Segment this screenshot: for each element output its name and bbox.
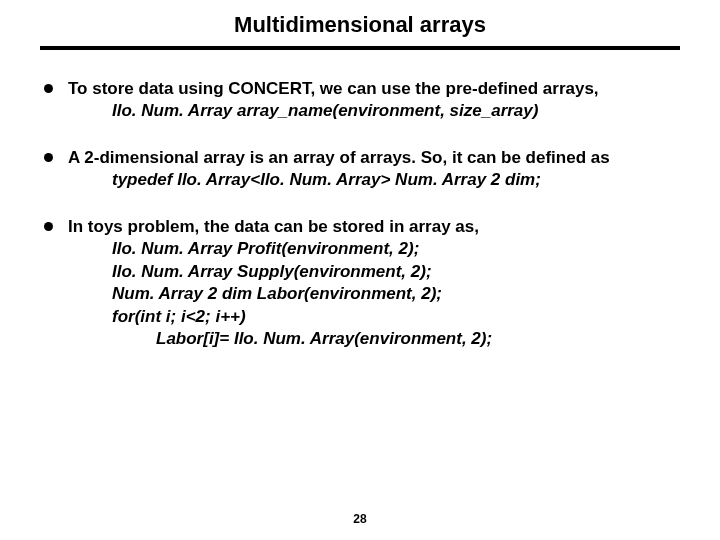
- bullet-lead-text: To store data using CONCERT, we can use …: [68, 79, 599, 98]
- bullet-list: To store data using CONCERT, we can use …: [40, 78, 680, 350]
- page-number: 28: [0, 512, 720, 526]
- code-line: Num. Array 2 dim Labor(environment, 2);: [68, 283, 680, 305]
- bullet-lead-text: A 2-dimensional array is an array of arr…: [68, 148, 610, 167]
- bullet-item: A 2-dimensional array is an array of arr…: [68, 147, 680, 192]
- code-line: typedef Ilo. Array<Ilo. Num. Array> Num.…: [68, 169, 680, 191]
- code-line: Ilo. Num. Array Profit(environment, 2);: [68, 238, 680, 260]
- bullet-lead-text: In toys problem, the data can be stored …: [68, 217, 479, 236]
- code-line: for(int i; i<2; i++): [68, 306, 680, 328]
- bullet-item: In toys problem, the data can be stored …: [68, 216, 680, 351]
- code-line: Ilo. Num. Array array_name(environment, …: [68, 100, 680, 122]
- title-rule: [40, 46, 680, 50]
- code-line: Labor[i]= Ilo. Num. Array(environment, 2…: [68, 328, 680, 350]
- bullet-item: To store data using CONCERT, we can use …: [68, 78, 680, 123]
- slide-title: Multidimensional arrays: [40, 12, 680, 46]
- code-line: Ilo. Num. Array Supply(environment, 2);: [68, 261, 680, 283]
